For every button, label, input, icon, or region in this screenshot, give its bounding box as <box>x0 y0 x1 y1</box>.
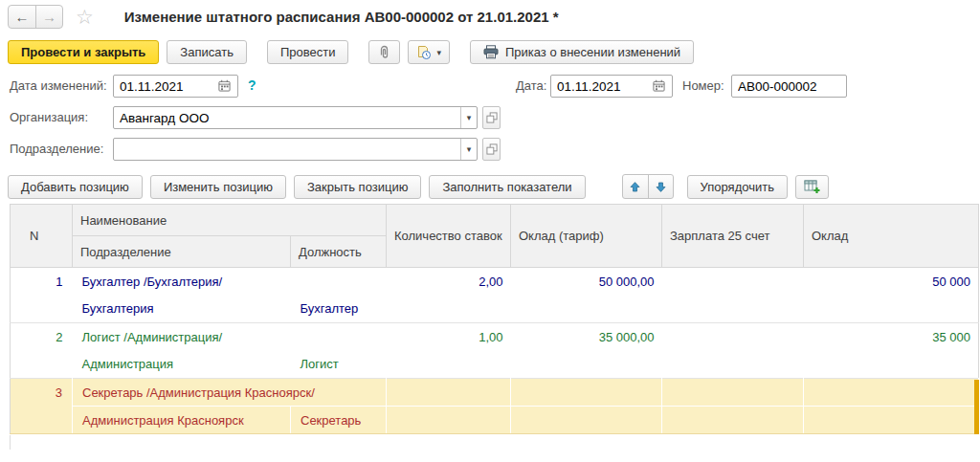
cell-empty[interactable] <box>662 351 804 379</box>
column-header-name[interactable]: Наименование <box>73 205 387 236</box>
table-row-selected[interactable]: 3 Секретарь /Администрация Красноярск/ <box>11 379 979 407</box>
organization-value: Авангард ООО <box>114 107 460 128</box>
staff-positions-table: N Наименование Количество ставок Оклад (… <box>10 204 979 434</box>
table-row[interactable]: Бухгалтерия Бухгалтер <box>11 296 979 323</box>
department-open-button[interactable] <box>482 138 501 161</box>
department-combo[interactable]: ▾ <box>113 138 478 161</box>
cell-row-number[interactable]: 3 <box>11 379 73 434</box>
cell-empty[interactable] <box>804 407 979 434</box>
cell-empty[interactable] <box>511 351 662 379</box>
column-header-salary25[interactable]: Зарплата 25 счет <box>662 205 804 268</box>
attachments-button[interactable] <box>368 40 400 64</box>
department-label: Подразделение: <box>10 142 103 156</box>
title-bar: ← → ☆ Изменение штатного расписания АВ00… <box>0 0 980 32</box>
cell-salary25[interactable] <box>662 323 804 351</box>
fill-indicators-button[interactable]: Заполнить показатели <box>429 175 585 199</box>
staffing-change-window: ← → ☆ Изменение штатного расписания АВ00… <box>0 0 980 462</box>
sort-button[interactable]: Упорядочить <box>687 175 788 199</box>
table-add-column-icon <box>804 179 820 194</box>
post-and-close-button[interactable]: Провести и закрыть <box>8 40 159 64</box>
table-row[interactable]: 2 Логист /Администрация/ 1,00 35 000,00 … <box>11 323 979 351</box>
column-header-qty[interactable]: Количество ставок <box>387 205 511 268</box>
cell-position[interactable]: Логист <box>291 351 387 379</box>
print-order-button[interactable]: Приказ о внесении изменений <box>470 40 694 64</box>
cell-name[interactable]: Логист /Администрация/ <box>73 323 387 351</box>
move-row-buttons <box>622 174 674 199</box>
cell-qty[interactable] <box>387 379 511 407</box>
cell-empty[interactable] <box>804 351 979 379</box>
column-header-n[interactable]: N <box>11 205 73 268</box>
cell-name[interactable]: Бухгалтер /Бухгалтерия/ <box>73 268 387 296</box>
table-row-selected[interactable]: Администрация Красноярск Секретарь <box>11 407 979 434</box>
history-nav: ← → <box>8 5 63 29</box>
cell-position[interactable]: Бухгалтер <box>291 296 387 323</box>
cell-row-number[interactable]: 1 <box>11 268 73 323</box>
edit-position-button[interactable]: Изменить позицию <box>150 175 286 199</box>
create-based-on-button[interactable]: ▾ <box>408 40 450 64</box>
back-icon[interactable]: ← <box>9 6 35 28</box>
print-order-label: Приказ о внесении изменений <box>505 45 680 59</box>
table-row[interactable]: 1 Бухгалтер /Бухгалтерия/ 2,00 50 000,00… <box>11 268 979 296</box>
help-icon[interactable]: ? <box>248 77 256 93</box>
organization-label: Организация: <box>10 110 88 124</box>
cell-oklad[interactable]: 35 000 <box>804 323 979 351</box>
cell-salary[interactable] <box>511 379 662 407</box>
column-header-position[interactable]: Должность <box>291 236 387 268</box>
cell-empty[interactable] <box>387 296 511 323</box>
chevron-down-icon[interactable]: ▾ <box>460 107 477 128</box>
cell-row-number[interactable]: 2 <box>11 323 73 379</box>
number-input[interactable] <box>731 75 847 98</box>
cell-position[interactable]: Секретарь <box>291 407 387 434</box>
column-header-salary[interactable]: Оклад (тариф) <box>511 205 662 268</box>
column-header-department[interactable]: Подразделение <box>73 236 291 268</box>
favorite-star-icon[interactable]: ☆ <box>76 7 94 27</box>
highlight-strip <box>974 380 979 434</box>
move-down-icon[interactable] <box>648 175 673 198</box>
post-button[interactable]: Провести <box>267 40 349 64</box>
close-position-button[interactable]: Закрыть позицию <box>294 175 422 199</box>
cell-empty[interactable] <box>662 296 804 323</box>
cell-empty[interactable] <box>387 351 511 379</box>
cell-salary[interactable]: 50 000,00 <box>511 268 662 296</box>
open-form-icon <box>486 143 498 155</box>
organization-open-button[interactable] <box>482 106 501 129</box>
number-label: Номер: <box>682 78 724 93</box>
department-value <box>114 139 460 160</box>
cell-qty[interactable]: 1,00 <box>387 323 511 351</box>
printer-icon <box>483 45 499 59</box>
document-clock-icon <box>416 45 432 60</box>
main-toolbar: Провести и закрыть Записать Провести ▾ <box>8 40 980 64</box>
cell-empty[interactable] <box>662 407 804 434</box>
cell-name[interactable]: Секретарь /Администрация Красноярск/ <box>73 379 387 407</box>
add-position-button[interactable]: Добавить позицию <box>8 175 143 199</box>
table-left-border <box>10 435 11 450</box>
cell-salary[interactable]: 35 000,00 <box>511 323 662 351</box>
table-settings-button[interactable] <box>795 175 829 199</box>
cell-department[interactable]: Администрация <box>73 351 291 379</box>
cell-qty[interactable]: 2,00 <box>387 268 511 296</box>
column-header-oklad[interactable]: Оклад <box>804 205 979 268</box>
save-button[interactable]: Записать <box>167 40 247 64</box>
cell-salary25[interactable] <box>662 379 804 407</box>
cell-empty[interactable] <box>511 296 662 323</box>
cell-salary25[interactable] <box>662 268 804 296</box>
cell-empty[interactable] <box>804 296 979 323</box>
cell-empty[interactable] <box>511 407 662 434</box>
calendar-icon[interactable] <box>218 79 231 92</box>
table-command-bar: Добавить позицию Изменить позицию Закрыт… <box>8 174 980 199</box>
cell-oklad[interactable]: 50 000 <box>804 268 979 296</box>
chevron-down-icon: ▾ <box>436 48 441 57</box>
open-form-icon <box>486 112 498 123</box>
cell-oklad[interactable] <box>804 379 979 407</box>
table-row[interactable]: Администрация Логист <box>11 351 979 379</box>
cell-empty[interactable] <box>387 407 511 434</box>
chevron-down-icon[interactable]: ▾ <box>460 139 477 160</box>
cell-department[interactable]: Бухгалтерия <box>73 296 291 323</box>
move-up-icon[interactable] <box>623 175 648 198</box>
page-title: Изменение штатного расписания АВ00-00000… <box>124 9 559 25</box>
organization-combo[interactable]: Авангард ООО ▾ <box>113 106 478 129</box>
forward-icon[interactable]: → <box>35 6 62 28</box>
date-label: Дата: <box>516 78 546 93</box>
calendar-icon[interactable] <box>653 79 665 92</box>
cell-department[interactable]: Администрация Красноярск <box>73 407 291 434</box>
